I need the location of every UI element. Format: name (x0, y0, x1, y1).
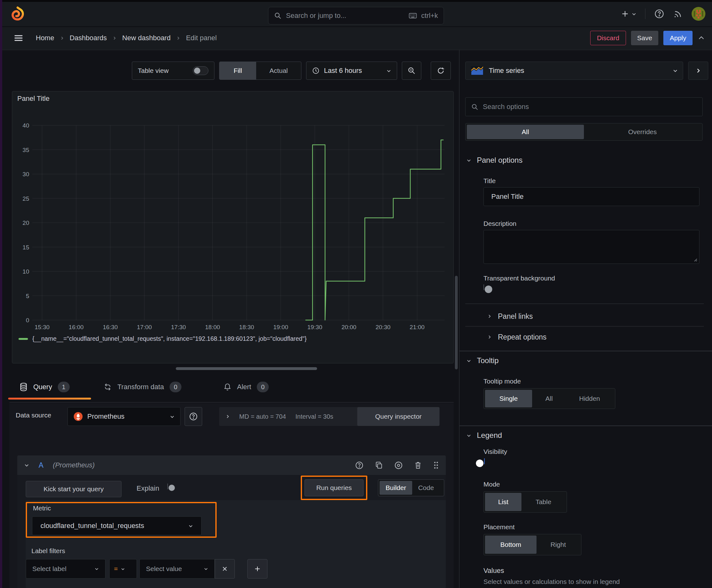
add-filter-button[interactable] (247, 559, 267, 579)
tooltip-mode-hidden[interactable]: Hidden (566, 390, 613, 407)
global-search-input[interactable]: Search or jump to... ctrl+k (268, 7, 444, 24)
time-series-viz-icon (471, 66, 484, 76)
remove-filter-button[interactable] (215, 559, 235, 579)
query-card-actions (355, 461, 439, 469)
top-nav-bar: Search or jump to... ctrl+k (0, 2, 712, 27)
chevron-right-icon (60, 36, 64, 40)
breadcrumb-edit-panel: Edit panel (186, 34, 217, 42)
eye-icon[interactable] (394, 461, 403, 469)
legend-placement-bottom[interactable]: Bottom (485, 536, 537, 554)
discard-button[interactable]: Discard (590, 31, 626, 45)
legend-mode-list[interactable]: List (485, 493, 521, 511)
title-input-value: Panel Title (491, 192, 524, 201)
duplicate-icon[interactable] (375, 461, 383, 469)
query-card-body: Kick start your query Explain Run querie… (17, 475, 446, 588)
svg-text:17:30: 17:30 (171, 324, 186, 331)
tab-transform-data[interactable]: Transform data 0 (104, 379, 181, 395)
grafana-logo-icon[interactable] (9, 6, 25, 22)
svg-text:18:30: 18:30 (239, 324, 254, 331)
legend-mode-switch: List Table (483, 491, 567, 512)
svg-text:35: 35 (23, 147, 29, 153)
run-queries-button[interactable]: Run queries (304, 479, 364, 496)
explain-toggle[interactable] (167, 483, 168, 489)
breadcrumb-new-dashboard[interactable]: New dashboard (122, 34, 170, 42)
kick-start-query-button[interactable]: Kick start your query (26, 481, 122, 497)
panel-options-header[interactable]: Panel options (467, 156, 522, 165)
drag-handle-icon[interactable] (433, 461, 439, 469)
transparent-background-toggle[interactable] (483, 284, 484, 290)
chevron-down-icon[interactable] (24, 463, 29, 468)
metric-select[interactable]: cloudflared_tunnel_total_requests (32, 517, 201, 535)
panel-title[interactable]: Panel Title (17, 94, 50, 103)
builder-option[interactable]: Builder (380, 481, 412, 495)
tooltip-mode-switch: Single All Hidden (483, 388, 615, 409)
news-rss-icon[interactable] (673, 9, 683, 19)
operator-dropdown[interactable]: = (109, 559, 137, 579)
breadcrumb-home[interactable]: Home (36, 34, 54, 42)
code-option[interactable]: Code (412, 481, 440, 495)
vertical-scrollbar[interactable] (455, 276, 458, 370)
legend-visibility-toggle[interactable] (484, 458, 485, 464)
visualization-picker[interactable]: Time series (465, 62, 683, 80)
prometheus-icon (73, 412, 83, 421)
chart-legend[interactable]: {__name__="cloudflared_tunnel_total_requ… (19, 335, 307, 342)
chevron-down-icon (467, 358, 471, 363)
zoom-out-icon (408, 67, 416, 75)
title-input[interactable]: Panel Title (483, 187, 699, 206)
svg-text:15: 15 (23, 244, 29, 251)
svg-text:5: 5 (26, 293, 29, 299)
sidebar-divider (459, 50, 459, 588)
tooltip-mode-all[interactable]: All (532, 390, 566, 407)
help-icon[interactable] (355, 461, 364, 469)
refresh-button[interactable] (431, 62, 451, 80)
chevron-right-icon (176, 36, 180, 40)
actual-option[interactable]: Actual (256, 62, 301, 80)
tooltip-mode-single[interactable]: Single (485, 390, 532, 407)
panel-links-section[interactable]: Panel links (487, 310, 533, 322)
tooltip-header[interactable]: Tooltip (467, 356, 498, 365)
description-textarea[interactable] (483, 230, 699, 264)
breadcrumb-dashboards[interactable]: Dashboards (70, 34, 107, 42)
table-view-toggle[interactable] (193, 66, 209, 75)
options-tab-overrides[interactable]: Overrides (584, 125, 701, 139)
promql-builder: Metric cloudflared_tunnel_total_requests… (26, 500, 446, 588)
database-icon (19, 383, 28, 391)
chevron-down-icon (121, 567, 125, 571)
datasource-picker[interactable]: Prometheus (67, 407, 180, 426)
apply-button[interactable]: Apply (663, 31, 693, 45)
time-range-picker[interactable]: Last 6 hours (306, 62, 397, 80)
user-avatar[interactable] (691, 6, 706, 21)
datasource-help-button[interactable] (185, 407, 202, 426)
visualization-name: Time series (489, 67, 524, 75)
options-tab-all[interactable]: All (467, 125, 584, 139)
zoom-out-button[interactable] (402, 62, 421, 80)
select-label-dropdown[interactable]: Select label (26, 559, 106, 579)
query-inspector-button[interactable]: Query inspector (357, 407, 439, 426)
tab-alert[interactable]: Alert 0 (223, 379, 269, 395)
svg-text:19:30: 19:30 (307, 324, 322, 331)
select-label-placeholder: Select label (33, 565, 67, 573)
panel-preview: Panel Title 051015202530354015:3016:0016… (12, 91, 454, 363)
query-card-header[interactable]: A (Prometheus) (17, 456, 446, 475)
new-menu-button[interactable] (621, 10, 637, 18)
legend-header[interactable]: Legend (467, 431, 502, 440)
repeat-options-section[interactable]: Repeat options (487, 331, 546, 343)
help-icon[interactable] (654, 9, 664, 19)
fill-option[interactable]: Fill (219, 62, 256, 80)
collapse-chevron-up-icon[interactable] (697, 34, 705, 42)
panel-links-label: Panel links (498, 312, 533, 321)
collapse-options-button[interactable] (688, 62, 708, 80)
interval-stat: Interval = 30s (296, 413, 333, 420)
menu-hamburger-icon[interactable] (14, 34, 23, 42)
tab-query-count: 1 (58, 382, 70, 392)
legend-mode-table[interactable]: Table (521, 493, 565, 511)
tab-query[interactable]: Query 1 (19, 379, 70, 395)
select-value-dropdown[interactable]: Select value (139, 559, 215, 579)
save-button[interactable]: Save (631, 31, 659, 45)
chevron-down-icon (386, 68, 391, 73)
legend-placement-right[interactable]: Right (537, 536, 580, 554)
trash-icon[interactable] (414, 461, 422, 469)
panel-resize-handle[interactable] (176, 367, 317, 370)
svg-text:20: 20 (23, 219, 29, 226)
options-search-input[interactable]: Search options (465, 97, 703, 116)
